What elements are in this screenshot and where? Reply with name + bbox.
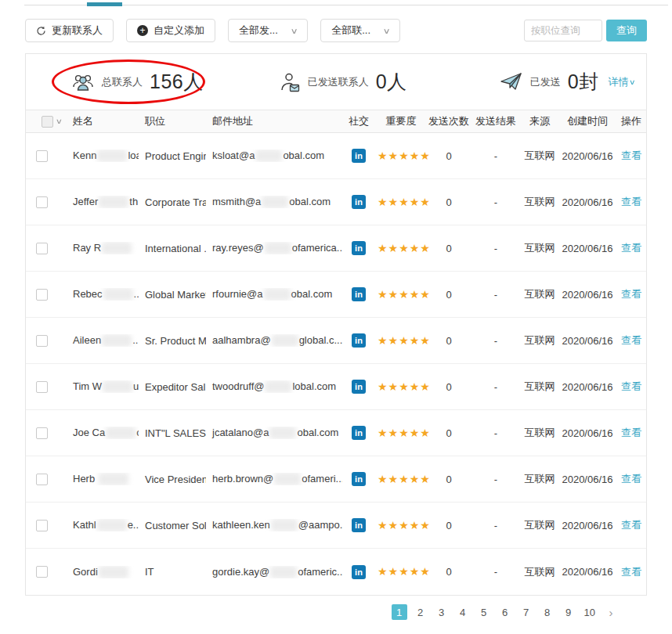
view-link[interactable]: 查看 xyxy=(621,427,641,438)
page-button-8[interactable]: 8 xyxy=(540,604,555,620)
cell-send-result: - xyxy=(471,427,521,439)
sent-contacts-label: 已发送联系人 xyxy=(308,75,369,89)
detail-link-label: 详情 xyxy=(608,75,628,89)
cell-send-result: - xyxy=(471,335,521,347)
page-button-5[interactable]: 5 xyxy=(476,604,492,620)
cell-email: kathleen.ken@aampo... xyxy=(206,519,342,531)
row-checkbox[interactable] xyxy=(36,335,48,347)
header-name: 姓名 xyxy=(67,114,139,128)
linkedin-icon[interactable]: in xyxy=(352,149,366,163)
cell-email: herb.brown@ofameri... xyxy=(206,473,342,485)
row-checkbox[interactable] xyxy=(36,150,48,162)
cell-social: in xyxy=(342,149,375,163)
linkedin-icon[interactable]: in xyxy=(352,426,366,440)
refresh-contacts-button[interactable]: 更新联系人 xyxy=(25,19,114,42)
star-icon: ★ xyxy=(378,427,388,439)
cell-name: Kathle... xyxy=(67,519,139,531)
view-link[interactable]: 查看 xyxy=(621,196,641,207)
linkedin-icon[interactable]: in xyxy=(352,380,366,394)
importance-stars: ★★★★★ xyxy=(375,149,427,163)
star-icon: ★ xyxy=(378,196,388,208)
send-status-dropdown[interactable]: 全部发... ∨ xyxy=(228,19,308,42)
redaction-blur xyxy=(272,334,298,347)
cell-position: Vice Presiden... xyxy=(139,474,206,485)
page-button-7[interactable]: 7 xyxy=(518,604,534,620)
cell-action: 查看 xyxy=(616,195,646,209)
table-header: ∨ 姓名 职位 邮件地址 社交 重要度 发送次数 发送结果 来源 创建时间 操作 xyxy=(26,110,646,133)
view-link[interactable]: 查看 xyxy=(621,149,641,161)
cell-created: 2020/06/16 xyxy=(558,520,616,531)
next-page-button[interactable]: › xyxy=(603,604,619,620)
star-icon: ★ xyxy=(378,380,388,393)
importance-stars: ★★★★★ xyxy=(375,288,427,301)
linkedin-icon[interactable]: in xyxy=(352,195,366,209)
linkedin-icon[interactable]: in xyxy=(352,241,366,255)
star-icon: ★ xyxy=(399,149,410,162)
importance-stars: ★★★★★ xyxy=(375,565,427,578)
star-icon: ★ xyxy=(388,427,399,439)
cell-send-count: 0 xyxy=(427,243,471,254)
page-button-2[interactable]: 2 xyxy=(413,604,428,620)
header-importance: 重要度 xyxy=(375,114,427,128)
cell-name: Tim Wuff xyxy=(67,380,139,393)
cell-action: 查看 xyxy=(616,565,646,579)
position-search-input[interactable] xyxy=(524,20,602,41)
redaction-blur xyxy=(99,566,128,578)
table-row: Tim Wuff Expeditor Sal... twoodruff@loba… xyxy=(26,364,646,410)
row-checkbox[interactable] xyxy=(36,243,48,254)
view-link[interactable]: 查看 xyxy=(621,334,641,346)
star-icon: ★ xyxy=(378,565,388,578)
page-button-1[interactable]: 1 xyxy=(392,604,407,620)
page-button-6[interactable]: 6 xyxy=(497,604,513,620)
chevron-down-icon[interactable]: ∨ xyxy=(56,117,63,125)
cell-send-count: 0 xyxy=(427,427,471,439)
view-link[interactable]: 查看 xyxy=(621,519,641,531)
row-checkbox[interactable] xyxy=(36,520,48,531)
linkedin-icon[interactable]: in xyxy=(352,565,366,579)
summary-bar: 总联系人 156人 已发送联系人 0人 已发送 xyxy=(26,54,646,110)
contact-filter-dropdown[interactable]: 全部联... ∨ xyxy=(320,19,400,42)
star-icon: ★ xyxy=(378,334,388,347)
view-link[interactable]: 查看 xyxy=(621,566,641,578)
select-all-checkbox[interactable] xyxy=(42,116,53,128)
row-checkbox[interactable] xyxy=(36,381,48,393)
page-button-4[interactable]: 4 xyxy=(455,604,471,620)
cell-name: Herb xyxy=(67,473,139,485)
sent-mails-label: 已发送 xyxy=(530,75,561,89)
linkedin-icon[interactable]: in xyxy=(352,472,366,486)
cell-action: 查看 xyxy=(616,472,646,486)
linkedin-icon[interactable]: in xyxy=(352,518,366,532)
star-icon: ★ xyxy=(410,380,421,393)
star-icon: ★ xyxy=(378,473,388,485)
star-icon: ★ xyxy=(399,288,410,301)
detail-link[interactable]: 详情 ∨ xyxy=(608,75,635,89)
view-link[interactable]: 查看 xyxy=(621,288,641,300)
cell-action: 查看 xyxy=(616,287,646,301)
redaction-blur xyxy=(103,380,132,393)
page-button-3[interactable]: 3 xyxy=(434,604,450,620)
view-link[interactable]: 查看 xyxy=(621,473,641,485)
row-checkbox[interactable] xyxy=(36,474,48,485)
star-icon: ★ xyxy=(399,565,410,578)
linkedin-icon[interactable]: in xyxy=(352,333,366,348)
pagination: 12345678910› xyxy=(392,604,619,620)
cell-position: INT"L SALES ... xyxy=(139,427,206,439)
cell-action: 查看 xyxy=(616,518,646,532)
star-icon: ★ xyxy=(388,334,399,347)
row-checkbox[interactable] xyxy=(36,196,48,208)
cell-send-result: - xyxy=(471,566,521,578)
star-icon: ★ xyxy=(410,519,421,531)
row-checkbox[interactable] xyxy=(36,427,48,439)
cell-send-result: - xyxy=(471,474,521,485)
row-checkbox[interactable] xyxy=(36,566,48,578)
search-button[interactable]: 查询 xyxy=(606,20,647,41)
chevron-down-icon: ∨ xyxy=(629,78,636,86)
redaction-blur xyxy=(269,427,296,439)
custom-add-button[interactable]: 自定义添加 xyxy=(126,19,215,42)
view-link[interactable]: 查看 xyxy=(621,242,641,254)
page-button-10[interactable]: 10 xyxy=(582,604,598,620)
row-checkbox[interactable] xyxy=(36,289,48,301)
linkedin-icon[interactable]: in xyxy=(352,287,366,301)
page-button-9[interactable]: 9 xyxy=(561,604,576,620)
view-link[interactable]: 查看 xyxy=(621,380,641,392)
